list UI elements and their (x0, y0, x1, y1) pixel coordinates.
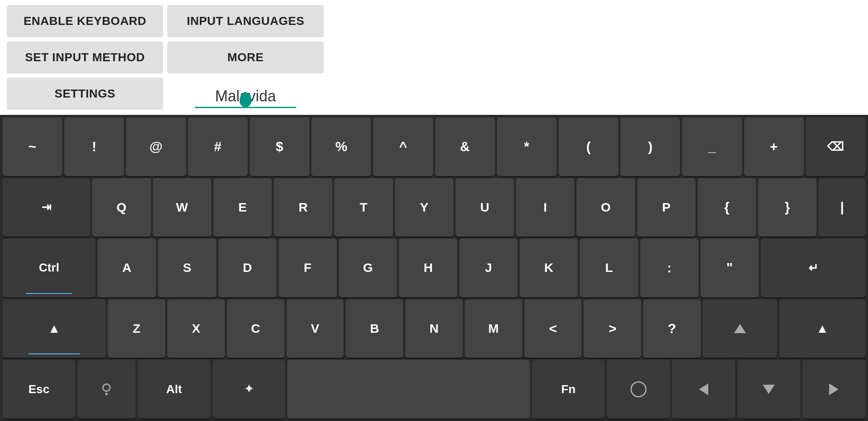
key-tab[interactable]: ⇥ (3, 178, 90, 237)
enable-keyboard-button[interactable]: ENABLE KEYBOARD (7, 5, 163, 37)
key-gt[interactable]: > (584, 299, 641, 358)
key-colon[interactable]: : (640, 239, 699, 297)
nav-right-triangle (829, 383, 838, 395)
malavida-cell: Malavida (167, 78, 324, 110)
key-tilde[interactable]: ~ (3, 117, 62, 176)
ctrl-underline (26, 293, 72, 294)
key-z[interactable]: Z (108, 299, 165, 358)
key-h[interactable]: H (399, 239, 457, 297)
key-lt[interactable]: < (524, 299, 582, 358)
key-a[interactable]: A (98, 239, 156, 297)
key-lparen[interactable]: ( (559, 117, 618, 176)
key-i[interactable]: I (516, 178, 574, 237)
nav-left-triangle (699, 383, 708, 395)
shift-up-icon: ▲ (48, 321, 60, 336)
key-plus[interactable]: + (744, 117, 804, 176)
key-n[interactable]: N (405, 299, 463, 358)
key-backspace[interactable]: ⌫ (806, 117, 865, 176)
key-shift-right[interactable]: ▲ (779, 299, 865, 358)
home-circle-icon (631, 381, 647, 397)
key-rparen[interactable]: ) (620, 117, 680, 176)
key-caret[interactable]: ^ (373, 117, 433, 176)
key-b[interactable]: B (346, 299, 403, 358)
key-hash[interactable]: # (188, 117, 248, 176)
key-esc[interactable]: Esc (3, 360, 75, 418)
key-nav-up[interactable] (703, 299, 777, 358)
key-t[interactable]: T (334, 178, 393, 237)
keyboard-row-2: ⇥ Q W E R T Y U I O P { } | (3, 178, 865, 237)
key-at[interactable]: @ (126, 117, 186, 176)
key-dollar[interactable]: $ (250, 117, 309, 176)
key-percent[interactable]: % (311, 117, 371, 176)
key-space[interactable] (287, 360, 530, 418)
keyboard-row-1: ~ ! @ # $ % ^ & * ( ) _ + ⌫ (3, 117, 865, 176)
backspace-icon: ⌫ (827, 140, 844, 154)
key-exclaim[interactable]: ! (64, 117, 124, 176)
set-input-method-button[interactable]: SET INPUT METHOD (7, 41, 163, 73)
key-l[interactable]: L (580, 239, 638, 297)
enter-icon: ↵ (808, 261, 818, 275)
tab-icon: ⇥ (41, 200, 51, 214)
key-o[interactable]: O (576, 178, 635, 237)
key-logo[interactable]: ✦ (213, 360, 285, 418)
keyboard: ~ ! @ # $ % ^ & * ( ) _ + ⌫ ⇥ Q W E R T … (0, 115, 868, 421)
more-button[interactable]: MORE (167, 41, 324, 73)
key-u[interactable]: U (456, 178, 514, 237)
key-d[interactable]: D (218, 239, 277, 297)
key-pipe[interactable]: | (819, 178, 865, 237)
settings-button[interactable]: SETTINGS (7, 78, 163, 110)
key-fn[interactable]: Fn (532, 360, 605, 418)
key-ampersand[interactable]: & (435, 117, 495, 176)
key-home[interactable] (607, 360, 670, 418)
key-w[interactable]: W (153, 178, 211, 237)
key-v[interactable]: V (287, 299, 344, 358)
key-q[interactable]: Q (92, 178, 150, 237)
key-shift-left[interactable]: ▲ (3, 299, 106, 358)
key-j[interactable]: J (459, 239, 518, 297)
key-g[interactable]: G (339, 239, 397, 297)
shift-underline (28, 353, 80, 354)
shift-right-icon: ▲ (816, 321, 829, 336)
key-r[interactable]: R (274, 178, 332, 237)
key-f[interactable]: F (278, 239, 337, 297)
key-nav-right[interactable] (802, 360, 865, 418)
key-y[interactable]: Y (395, 178, 453, 237)
camera-icon (102, 383, 111, 395)
key-question[interactable]: ? (643, 299, 701, 358)
malavida-cursor-dot (240, 92, 251, 107)
key-e[interactable]: E (213, 178, 272, 237)
key-lbrace[interactable]: { (698, 178, 756, 237)
keyboard-row-5: Esc Alt ✦ Fn (3, 360, 865, 418)
key-camera[interactable] (77, 360, 136, 418)
key-asterisk[interactable]: * (497, 117, 557, 176)
nav-up-triangle (734, 324, 746, 333)
key-underscore[interactable]: _ (682, 117, 742, 176)
nav-down-triangle (763, 385, 775, 394)
key-nav-down[interactable] (737, 360, 800, 418)
key-ctrl[interactable]: Ctrl (3, 239, 96, 297)
key-s[interactable]: S (158, 239, 216, 297)
key-c[interactable]: C (227, 299, 284, 358)
key-quote[interactable]: " (701, 239, 759, 297)
key-rbrace[interactable]: } (758, 178, 816, 237)
key-x[interactable]: X (167, 299, 225, 358)
key-m[interactable]: M (465, 299, 522, 358)
input-languages-button[interactable]: INPUT LANGUAGES (167, 5, 324, 37)
keyboard-row-3: Ctrl A S D F G H J K L : " ↵ (3, 239, 865, 297)
keyboard-row-4: ▲ Z X C V B N M < > ? ▲ (3, 299, 865, 358)
key-enter[interactable]: ↵ (761, 239, 865, 297)
key-p[interactable]: P (637, 178, 696, 237)
key-alt[interactable]: Alt (138, 360, 210, 418)
top-menu-area: ENABLE KEYBOARD INPUT LANGUAGES SET INPU… (0, 0, 304, 115)
key-k[interactable]: K (520, 239, 578, 297)
key-nav-left[interactable] (672, 360, 735, 418)
